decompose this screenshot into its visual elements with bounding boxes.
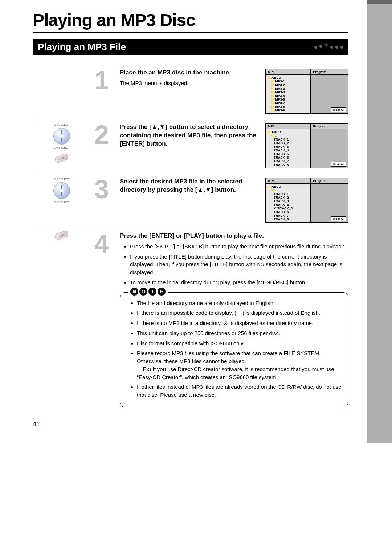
step-heading: Press the [▲,▼] button to select a direc… — [120, 123, 261, 148]
step-4: ENTER 4 Press the [ENTER] or [PLAY] butt… — [33, 228, 348, 412]
enter-button-icon: ENTER — [54, 230, 69, 241]
chselect-label: CH/SELECT — [54, 178, 70, 181]
osd-tab-right: Program — [311, 69, 348, 74]
note-label: NOTE — [128, 288, 168, 296]
note-list: The file and directory name are only dis… — [137, 299, 342, 399]
chselect-label: CH/SELECT — [54, 146, 70, 149]
note-box: NOTE The file and directory name are onl… — [120, 292, 348, 407]
dpad-icon — [53, 182, 70, 199]
note-letter: N — [130, 288, 138, 296]
osd-tab-right: Program — [311, 124, 348, 129]
osd-screen-2: MP3 Program ABCD..TRACK_1TRACK_2TRACK_3T… — [265, 123, 348, 168]
clear-all-button: Clear All — [331, 162, 346, 167]
note-letter: E — [158, 288, 166, 296]
note-item: If there is no MP3 file in a directory, … — [137, 319, 342, 327]
step-bullet: Press the [SKIP-F] or [SKIP-B] button to… — [130, 243, 348, 251]
step-number: 1 — [94, 69, 116, 92]
osd-tab-left: MP3 — [266, 69, 311, 74]
step-heading: Place the an MP3 disc in the machine. — [120, 69, 261, 77]
step-number: 4 — [94, 232, 116, 256]
note-item: This unit can play up to 256 directories… — [137, 329, 342, 337]
osd-screen-1: MP3 Program ABCDMP3-1MP3-2MP3-3MP3-4MP3-… — [265, 69, 348, 114]
chselect-label: CH/SELECT — [54, 123, 70, 126]
step-number: 3 — [94, 178, 116, 201]
remote-hint: ENTER — [33, 232, 91, 239]
note-item: If other files instead of MP3 files are … — [137, 383, 342, 399]
step-bullet: To move to the initial directory during … — [130, 278, 348, 286]
step-1: 1 Place the an MP3 disc in the machine. … — [33, 65, 348, 119]
enter-button-icon: ENTER — [54, 153, 69, 164]
osd-tab-right: Program — [311, 178, 348, 183]
remote-hint: CH/SELECT CH/SELECT ENTER — [33, 123, 91, 162]
osd-tab-left: MP3 — [266, 178, 311, 183]
note-item: If there is an impossible code to displa… — [137, 309, 342, 317]
osd-tab-left: MP3 — [266, 124, 311, 129]
page-number: 41 — [33, 420, 348, 428]
section-header: Playing an MP3 File — [33, 39, 348, 55]
step-2: CH/SELECT CH/SELECT ENTER 2 Press the [▲… — [33, 119, 348, 174]
clear-all-button: Clear All — [331, 107, 346, 112]
step-heading: Select the desired MP3 file in the selec… — [120, 178, 261, 194]
note-item: Disc format is compatible with ISO9660 o… — [137, 339, 342, 347]
step-bullets: Press the [SKIP-F] or [SKIP-B] button to… — [130, 243, 348, 286]
remote-hint: CH/SELECT CH/SELECT — [33, 178, 91, 204]
step-number: 2 — [94, 123, 116, 147]
step-bullet: If you press the [TITLE] button during p… — [130, 253, 348, 276]
page-content: Playing an MP3 Disc Playing an MP3 File … — [0, 0, 392, 443]
note-item: The file and directory name are only dis… — [137, 299, 342, 307]
step-3: CH/SELECT CH/SELECT 3 Select the desired… — [33, 174, 348, 228]
note-item: Please record MP3 files using the softwa… — [137, 349, 342, 381]
note-letter: T — [148, 288, 156, 296]
section-title: Playing an MP3 File — [38, 41, 126, 53]
osd-screen-3: MP3 Program ABCD..TRACK_1TRACK_2TRACK_3T… — [265, 178, 348, 223]
note-letter: O — [139, 288, 147, 296]
step-heading: Press the [ENTER] or [PLAY] button to pl… — [120, 232, 348, 240]
page-title: Playing an MP3 Disc — [33, 10, 348, 33]
chselect-label: CH/SELECT — [54, 200, 70, 204]
clear-all-button: Clear All — [331, 216, 346, 221]
step-body: The MP3 menu is displayed. — [120, 79, 261, 87]
decorative-dots-icon — [314, 45, 343, 49]
dpad-icon — [53, 128, 70, 145]
